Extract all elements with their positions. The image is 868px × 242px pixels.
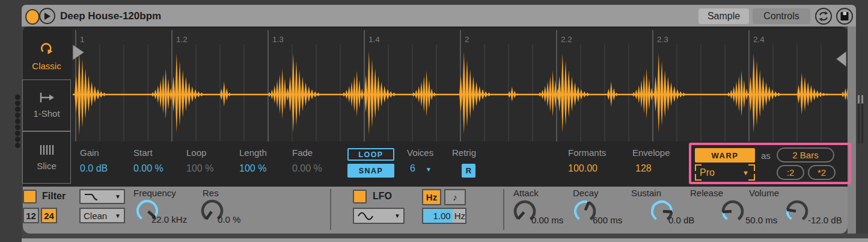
panel-divider [330, 189, 331, 230]
filter-slope-24-button[interactable]: 24 [41, 208, 57, 223]
voices-label: Voices [407, 147, 433, 158]
sustain-label: Sustain [631, 188, 661, 198]
device-drag-handle[interactable] [0, 0, 22, 242]
save-icon [838, 10, 851, 23]
tab-sample[interactable]: Sample [698, 8, 749, 24]
device-on-toggle[interactable] [25, 9, 40, 25]
svg-text:2.2: 2.2 [561, 35, 572, 44]
fade-value[interactable]: 0.00 % [292, 163, 322, 174]
mode-label: Classic [32, 61, 61, 71]
lfo-rate-field[interactable]: 1.00 Hz [422, 208, 466, 224]
svg-text:2.4: 2.4 [753, 35, 765, 44]
decay-value[interactable]: 600 ms [593, 215, 622, 225]
device-title-bar: Deep House-120bpm Sample Controls [22, 5, 856, 26]
fade-label: Fade [292, 147, 313, 158]
sustain-value[interactable]: 0.0 dB [668, 215, 694, 225]
filter-circuit-dropdown[interactable]: Clean ▼ [79, 208, 125, 223]
res-label: Res [203, 188, 219, 198]
warp-double-button[interactable]: *2 [808, 165, 836, 180]
play-icon [43, 12, 51, 20]
gain-label: Gain [80, 147, 99, 158]
start-value[interactable]: 0.00 % [133, 163, 164, 174]
formants-label: Formants [568, 147, 606, 158]
hot-swap-icon [817, 10, 830, 23]
mode-label: 1-Shot [33, 108, 60, 119]
release-value[interactable]: 50.0 ms [745, 215, 777, 225]
svg-text:1: 1 [80, 35, 85, 44]
warp-length-button[interactable]: 2 Bars [777, 147, 834, 163]
waveform-display[interactable]: 11.21.31.422.22.32.4 [72, 29, 848, 141]
lfo-rate-fill: 1.00 [423, 209, 453, 223]
release-label: Release [690, 188, 723, 198]
mode-button-classic[interactable]: Classic [22, 33, 71, 79]
decay-label: Decay [573, 188, 599, 198]
dropdown-arrow-icon: ▼ [115, 193, 121, 200]
slice-icon [40, 144, 54, 155]
lfo-hz-mode-button[interactable]: Hz [422, 189, 441, 205]
retrig-toggle-button[interactable]: R [462, 164, 475, 178]
filter-on-toggle[interactable] [23, 190, 37, 203]
warp-as-label: as [761, 150, 771, 161]
formants-value[interactable]: 100.00 [568, 163, 598, 174]
filter-slope-12-button[interactable]: 12 [23, 208, 39, 223]
loop-label: Loop [186, 147, 206, 158]
warp-mode-value: Pro [700, 167, 715, 178]
envelope-value[interactable]: 128 [635, 163, 652, 174]
warp-toggle-button[interactable]: WARP [695, 148, 755, 163]
snap-toggle-button[interactable]: SNAP [347, 164, 394, 178]
lowpass-filter-icon [84, 192, 99, 202]
volume-knob[interactable] [783, 199, 811, 228]
lfo-on-toggle[interactable] [353, 190, 367, 203]
lfo-section-label: LFO [373, 191, 392, 202]
release-knob[interactable] [719, 199, 747, 228]
voices-dropdown-icon[interactable]: ▼ [426, 166, 432, 173]
envelope-label: Envelope [632, 147, 670, 158]
attack-value[interactable]: 0.00 ms [531, 215, 563, 225]
filter-circuit-value: Clean [84, 211, 107, 221]
filter-type-dropdown[interactable]: ▼ [79, 189, 125, 204]
retrig-label: Retrig [452, 147, 476, 158]
device-title: Deep House-120bpm [60, 10, 161, 22]
panel-divider [503, 189, 504, 230]
device-resize-handle[interactable] [856, 26, 868, 234]
frequency-value[interactable]: 22.0 kHz [151, 214, 187, 225]
svg-text:1.4: 1.4 [368, 35, 380, 44]
gain-value[interactable]: 0.0 dB [80, 163, 108, 174]
note-icon: ♪ [453, 192, 457, 202]
lfo-shape-dropdown[interactable]: ▼ [353, 208, 405, 224]
lfo-sync-mode-button[interactable]: ♪ [444, 189, 466, 205]
simpler-device: Deep House-120bpm Sample Controls [0, 0, 868, 242]
res-value[interactable]: 0.0 % [218, 214, 240, 225]
loop-mode-icon [39, 42, 55, 55]
lfo-rate-unit: Hz [453, 211, 465, 221]
preview-play-button[interactable] [39, 8, 55, 24]
dropdown-arrow-icon: ▼ [115, 213, 121, 219]
device-bottom-edge [22, 234, 868, 238]
warp-mode-dropdown[interactable]: Pro ▼ [695, 164, 755, 181]
sine-wave-icon [357, 211, 374, 221]
tab-controls[interactable]: Controls [753, 8, 810, 24]
session-area-edge [22, 238, 868, 242]
voices-value[interactable]: 6 [410, 163, 415, 174]
attack-label: Attack [513, 188, 539, 198]
loop-toggle-button[interactable]: LOOP [347, 148, 394, 161]
length-value[interactable]: 100 % [239, 163, 266, 174]
volume-value[interactable]: -12.0 dB [808, 215, 842, 225]
one-shot-icon [39, 92, 55, 103]
volume-label: Volume [749, 188, 779, 198]
hot-swap-button[interactable] [815, 8, 832, 25]
loop-value[interactable]: 100 % [186, 163, 213, 174]
filter-section-label: Filter [42, 191, 66, 202]
svg-text:2: 2 [465, 35, 469, 44]
save-preset-button[interactable] [836, 8, 853, 25]
frequency-label: Frequency [133, 188, 176, 198]
mode-label: Slice [37, 161, 57, 171]
lfo-rate-value: 1.00 [433, 211, 450, 221]
warp-half-button[interactable]: :2 [777, 165, 804, 180]
start-label: Start [133, 147, 153, 158]
svg-text:1.3: 1.3 [272, 35, 284, 44]
mode-button-slice[interactable]: Slice [22, 131, 71, 184]
dropdown-arrow-icon: ▼ [394, 213, 400, 219]
mode-button-one-shot[interactable]: 1-Shot [22, 79, 71, 131]
device-right-gutter [848, 26, 856, 234]
